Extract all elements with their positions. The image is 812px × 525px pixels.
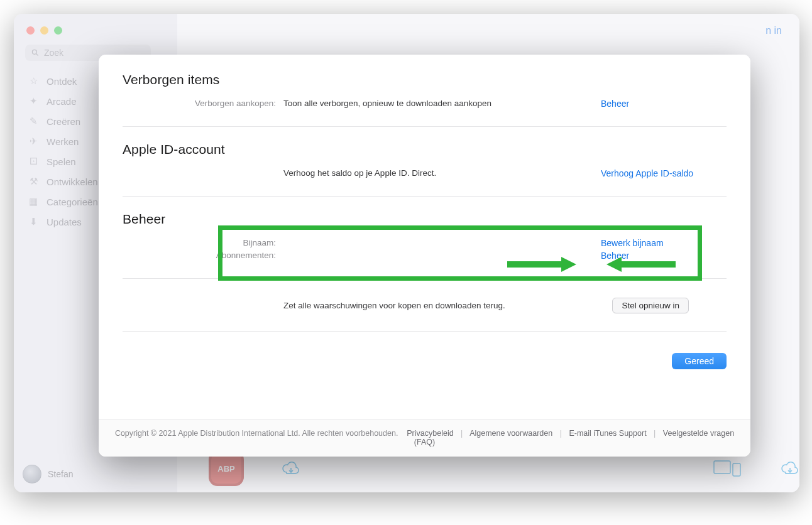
divider: [123, 278, 727, 279]
footer-support-link[interactable]: E-mail iTunes Support: [569, 429, 646, 438]
mac-window: Zoek ☆Ontdek ✦Arcade ✎Creëren ✈Werken ⚀S…: [14, 14, 799, 492]
section-appleid-title: Apple ID-account: [123, 142, 727, 157]
divider: [123, 331, 727, 332]
edit-nickname-link[interactable]: Bewerk bijnaam: [601, 238, 664, 248]
nickname-label: Bijnaam:: [123, 238, 283, 247]
app-window-card: Zoek ☆Ontdek ✦Arcade ✎Creëren ✈Werken ⚀S…: [14, 14, 799, 492]
hidden-manage-link[interactable]: Beheer: [601, 99, 629, 109]
subs-label: Abonnementen:: [123, 251, 283, 260]
hidden-purchases-row: Verborgen aankopen: Toon alle verborgen,…: [123, 97, 727, 110]
separator: |: [654, 429, 656, 438]
appleid-balance-row: Verhoog het saldo op je Apple ID. Direct…: [123, 167, 727, 180]
manage-subscriptions-link[interactable]: Beheer: [601, 251, 629, 261]
modal-body[interactable]: Verborgen items Verborgen aankopen: Toon…: [99, 55, 750, 419]
footer-terms-link[interactable]: Algemene voorwaarden: [469, 429, 552, 438]
footer-copyright: Copyright © 2021 Apple Distribution Inte…: [115, 429, 398, 438]
hidden-label: Verborgen aankopen:: [123, 99, 283, 108]
reset-text: Zet alle waarschuwingen voor kopen en do…: [123, 301, 612, 310]
done-button[interactable]: Gereed: [672, 353, 727, 369]
separator: |: [461, 429, 463, 438]
nickname-row: Bijnaam: Bewerk bijnaam: [123, 237, 727, 249]
hidden-value: Toon alle verborgen, opnieuw te download…: [283, 99, 601, 108]
separator: |: [560, 429, 562, 438]
reset-button[interactable]: Stel opnieuw in: [612, 298, 689, 313]
done-bar: Gereed: [123, 347, 727, 374]
subscriptions-row: Abonnementen: Beheer: [123, 249, 727, 262]
divider: [123, 126, 727, 127]
footer-privacy-link[interactable]: Privacybeleid: [407, 429, 453, 438]
section-hidden-title: Verborgen items: [123, 72, 727, 87]
section-manage-title: Beheer: [123, 212, 727, 227]
modal-footer: Copyright © 2021 Apple Distribution Inte…: [99, 419, 750, 457]
divider: [123, 196, 727, 197]
appleid-addfunds-link[interactable]: Verhoog Apple ID-saldo: [601, 168, 693, 178]
appleid-value: Verhoog het saldo op je Apple ID. Direct…: [283, 168, 601, 178]
reset-warnings-row: Zet alle waarschuwingen voor kopen en do…: [123, 294, 727, 331]
account-modal: Verborgen items Verborgen aankopen: Toon…: [99, 55, 750, 457]
